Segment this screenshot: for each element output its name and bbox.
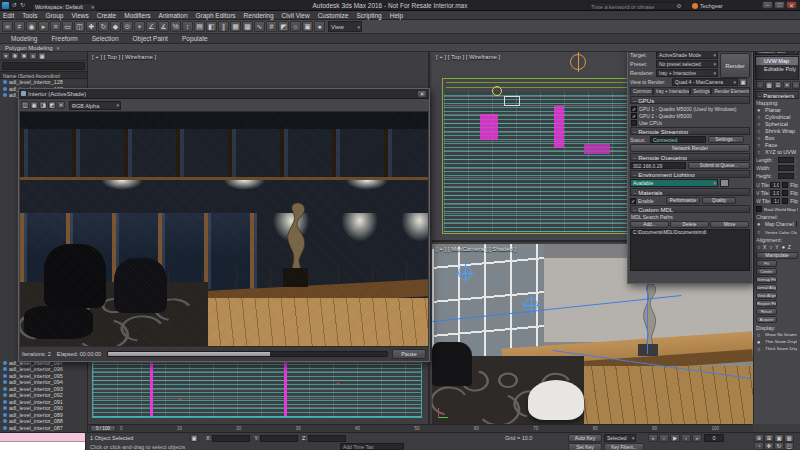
flip-checkbox[interactable]	[782, 182, 788, 188]
stack-item[interactable]: Editable Poly	[756, 65, 798, 73]
value-field[interactable]	[778, 165, 794, 171]
menu-item[interactable]: Rendering	[244, 12, 274, 19]
toolbar-icon[interactable]: ●	[314, 21, 325, 32]
radio-option[interactable]: ○Box	[757, 134, 797, 141]
toolbar-icon[interactable]: ▸	[38, 21, 49, 32]
mdl-path-list[interactable]: C:\Documents\MDL\Documents\mdl	[630, 229, 750, 271]
x-field[interactable]	[212, 435, 250, 442]
add-time-tag[interactable]: Add Time Tag	[340, 443, 404, 450]
parameters-rollout[interactable]: Parameters	[755, 91, 799, 99]
toolbar-icon[interactable]: ◫	[74, 21, 85, 32]
listener-macro-line[interactable]	[0, 433, 85, 442]
account-menu[interactable]: Techgear	[692, 2, 723, 10]
render-window-titlebar[interactable]: Interior (ActiveShade) ✕	[19, 89, 429, 99]
flip-checkbox[interactable]	[782, 198, 788, 204]
manipulate-button[interactable]: Manipulate	[756, 252, 798, 259]
radio-option[interactable]: ○Shrink Wrap	[757, 127, 797, 134]
spinner-arrows[interactable]: ↕	[795, 174, 797, 179]
z-field[interactable]	[308, 435, 346, 442]
checkbox[interactable]	[756, 206, 762, 212]
selection-lock-icon[interactable]: ▣	[190, 434, 198, 442]
toolbar-icon[interactable]: ◉	[26, 21, 37, 32]
materials-mode-button[interactable]: Performance	[666, 197, 700, 204]
redo-quick-icon[interactable]: ↻	[20, 1, 25, 8]
alignment-button[interactable]: Reset	[756, 308, 777, 315]
undo-quick-icon[interactable]: ↺	[12, 1, 17, 8]
view-to-render-dropdown[interactable]: Quad 4 - MaxCamera	[672, 78, 738, 86]
toolbar-icon[interactable]: ▩	[242, 21, 253, 32]
radio-icon[interactable]: ○	[757, 149, 765, 155]
menu-item[interactable]: Edit	[3, 12, 14, 19]
toolbar-icon[interactable]: ◧	[206, 21, 217, 32]
explorer-column-header[interactable]: Name (Sorted Ascending)	[0, 71, 87, 79]
ribbon-tab[interactable]: Object Paint	[126, 34, 175, 43]
value-field[interactable]	[778, 173, 794, 179]
remote-queueing-rollout[interactable]: Remote Queueing	[630, 153, 750, 161]
axis-radio[interactable]: ○X	[757, 244, 766, 250]
viewport-label[interactable]: [ + ] [ Top ] [ Wireframe ]	[436, 54, 500, 60]
viewport-nav-icon[interactable]: ▦	[784, 434, 794, 442]
maximize-button[interactable]: □	[774, 1, 785, 9]
toolbar-icon[interactable]: ∥	[218, 21, 229, 32]
viewport-nav-icon[interactable]: ▣	[774, 434, 784, 442]
radio-icon[interactable]: ●	[757, 107, 765, 113]
radio-option[interactable]: ●Planar	[757, 106, 797, 113]
toolbar-icon[interactable]: ▭	[62, 21, 73, 32]
radio-icon[interactable]: ●	[757, 339, 765, 345]
playback-icon[interactable]: ‹	[659, 434, 669, 442]
settings-button[interactable]: Settings...	[708, 136, 744, 143]
spinner-arrows[interactable]: ↕	[795, 158, 797, 163]
track-bar[interactable]: 0102030405060708090100 0 / 100	[88, 424, 753, 432]
render-tool-icon[interactable]: ◫	[21, 101, 29, 109]
listener-script-line[interactable]	[0, 442, 85, 450]
tab[interactable]: Settings	[690, 87, 711, 95]
map-channel-field[interactable]: 1	[796, 221, 797, 227]
workspace-selector[interactable]: Workspace: Default	[32, 3, 96, 11]
key-filters-button[interactable]: Key Filters...	[604, 443, 644, 450]
alignment-button[interactable]: Region Fit	[756, 300, 777, 307]
reference-coordinate-dropdown[interactable]: View	[328, 21, 362, 32]
radio-option[interactable]: ○Face	[757, 141, 797, 148]
menu-item[interactable]: Modifiers	[124, 12, 150, 19]
materials-rollout[interactable]: Materials	[630, 188, 750, 196]
alignment-button[interactable]: Center	[756, 268, 777, 275]
render-tool-icon[interactable]: ◩	[48, 101, 56, 109]
submit-to-queue-button[interactable]: Submit to Queue...	[688, 162, 750, 169]
radio-option[interactable]: ○Show No Seams	[757, 331, 797, 338]
ribbon-tab[interactable]: Populate	[175, 34, 215, 43]
explorer-tool-icon[interactable]: ≡	[29, 52, 37, 60]
gpu-row[interactable]: Use CPUs	[631, 119, 749, 126]
time-slider-handle[interactable]: 0 / 100	[90, 425, 116, 432]
pause-button[interactable]: Pause	[392, 349, 426, 359]
target-dropdown[interactable]: ActiveShade Mode	[656, 51, 718, 59]
value-field[interactable]: 1.0	[771, 198, 780, 204]
checkbox[interactable]	[631, 120, 637, 126]
ribbon-strip[interactable]: Polygon Modeling▾	[0, 44, 800, 52]
toolbar-icon[interactable]: #	[266, 21, 277, 32]
explorer-tool-icon[interactable]: ✖	[20, 52, 28, 60]
stack-tool-icon[interactable]: ⊟	[774, 81, 782, 89]
render-window-close-button[interactable]: ✕	[417, 90, 427, 98]
menu-item[interactable]: Help	[390, 12, 403, 19]
render-tool-icon[interactable]: ✕	[57, 101, 65, 109]
menu-item[interactable]: Customize	[318, 12, 349, 19]
activeshade-window[interactable]: Interior (ActiveShade) ✕ ◫▣◨◩✕ RGB Alpha	[18, 88, 430, 362]
viewport-nav-icon[interactable]: ↻	[774, 442, 784, 450]
environment-dropdown[interactable]: Available	[630, 179, 718, 187]
playback-icon[interactable]: ▶	[670, 434, 680, 442]
app-icon[interactable]	[2, 2, 9, 9]
viewport-label[interactable]: [ + ] [ Top ] [ Wireframe ]	[92, 54, 156, 60]
render-setup-dialog[interactable]: Render Setup: Iray + Interactive ✕ Targe…	[627, 40, 753, 284]
viewport-nav-icon[interactable]: ⊞	[764, 434, 774, 442]
toolbar-icon[interactable]: ◩	[278, 21, 289, 32]
render-tool-icon[interactable]: ◨	[39, 101, 47, 109]
gpus-rollout[interactable]: GPUs	[630, 96, 750, 104]
radio-option[interactable]: ●Thin Seam Display	[757, 338, 797, 345]
viewport-label[interactable]: [ + ] [ MaxCamera ] [ Shaded ]	[436, 246, 516, 252]
toolbar-icon[interactable]: ✚	[86, 21, 97, 32]
toolbar-icon[interactable]: ▤	[194, 21, 205, 32]
explorer-tool-icon[interactable]: ▣	[38, 52, 46, 60]
toolbar-icon[interactable]: ∞	[2, 21, 13, 32]
axis-radio[interactable]: ●Z	[782, 244, 791, 250]
network-render-button[interactable]: Network Render	[630, 144, 750, 152]
